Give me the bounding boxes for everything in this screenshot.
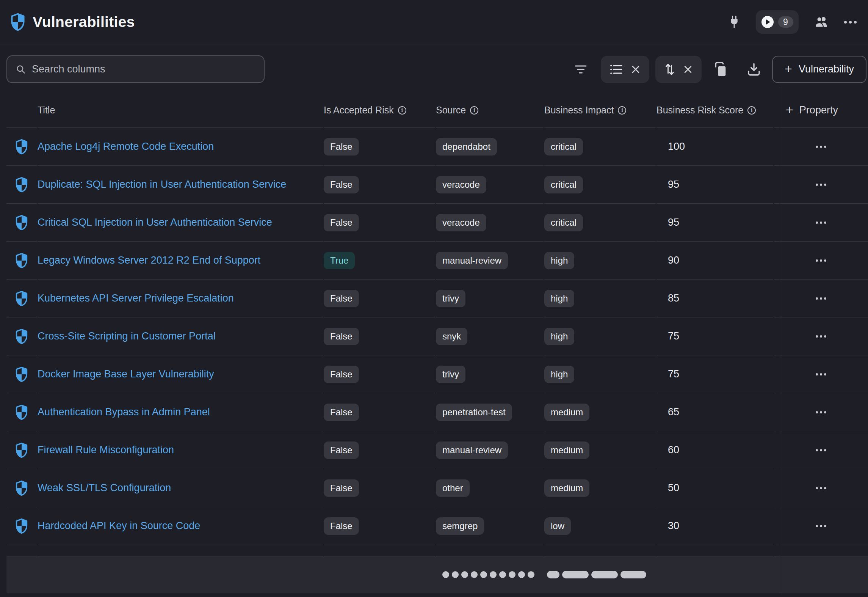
ellipsis-icon xyxy=(816,297,818,300)
filter-icon[interactable] xyxy=(574,64,587,75)
vulnerability-title-link[interactable]: Kubernetes API Server Privilege Escalati… xyxy=(38,292,234,304)
ellipsis-icon xyxy=(816,487,818,489)
pagination-dots[interactable] xyxy=(442,571,534,578)
row-actions-button[interactable] xyxy=(811,293,831,304)
column-header-is-accepted-risk[interactable]: Is Accepted Riski xyxy=(324,93,435,128)
search-input[interactable] xyxy=(32,63,255,75)
page-dot[interactable] xyxy=(490,571,497,578)
download-icon[interactable] xyxy=(747,63,761,76)
page-dot[interactable] xyxy=(518,571,525,578)
page-dot[interactable] xyxy=(452,571,459,578)
business-risk-score: 90 xyxy=(656,242,773,280)
ellipsis-icon xyxy=(816,259,818,262)
pagination-controls[interactable] xyxy=(547,571,646,578)
business-risk-score: 100 xyxy=(656,128,773,166)
accepted-risk-badge: False xyxy=(324,441,359,459)
page-dot[interactable] xyxy=(442,571,449,578)
row-shield-icon xyxy=(6,431,37,469)
sort-arrows-icon xyxy=(664,63,675,76)
column-header-title[interactable]: Title xyxy=(38,93,323,128)
column-header-property[interactable]: +Property xyxy=(774,93,868,128)
add-vulnerability-label: Vulnerability xyxy=(799,63,854,75)
business-risk-score: 60 xyxy=(656,431,773,469)
info-icon[interactable]: i xyxy=(747,106,756,115)
row-actions-button[interactable] xyxy=(811,331,831,342)
plug-icon[interactable] xyxy=(729,16,740,28)
list-icon xyxy=(610,64,623,75)
copy-icon[interactable] xyxy=(714,62,727,77)
more-options-button[interactable] xyxy=(844,21,857,24)
users-icon[interactable] xyxy=(815,16,828,28)
row-actions-button[interactable] xyxy=(811,255,831,266)
sort-pill[interactable] xyxy=(655,56,702,83)
row-actions-button[interactable] xyxy=(811,141,831,152)
column-header-business-risk-score[interactable]: Business Risk Scorei xyxy=(656,93,773,128)
pager-pill[interactable] xyxy=(547,571,559,578)
business-impact-badge: critical xyxy=(544,176,583,193)
info-icon[interactable]: i xyxy=(398,106,406,115)
column-label: Is Accepted Risk xyxy=(324,105,394,116)
plus-icon: + xyxy=(785,62,792,75)
columns-filter-pill[interactable] xyxy=(601,56,649,83)
vulnerability-title-link[interactable]: Apache Log4j Remote Code Execution xyxy=(38,141,214,152)
business-impact-badge: high xyxy=(544,366,574,383)
vulnerability-title-link[interactable]: Critical SQL Injection in User Authentic… xyxy=(38,217,272,228)
row-actions-button[interactable] xyxy=(811,217,831,228)
pager-pill[interactable] xyxy=(620,571,646,578)
vulnerability-title-link[interactable]: Legacy Windows Server 2012 R2 End of Sup… xyxy=(38,255,260,266)
table-row: Cross-Site Scripting in Customer Portal … xyxy=(6,317,868,355)
vulnerability-title-link[interactable]: Duplicate: SQL Injection in User Authent… xyxy=(38,179,286,190)
row-actions-button[interactable] xyxy=(811,445,831,456)
page-dot[interactable] xyxy=(499,571,506,578)
column-label: Title xyxy=(38,105,55,116)
row-actions-button[interactable] xyxy=(811,482,831,494)
page-dot[interactable] xyxy=(509,571,515,578)
source-badge: snyk xyxy=(436,328,467,345)
clear-x-icon[interactable] xyxy=(631,65,640,74)
pager-pill[interactable] xyxy=(562,571,589,578)
clear-x-icon[interactable] xyxy=(683,65,693,74)
column-header-source[interactable]: Sourcei xyxy=(436,93,544,128)
business-risk-score: 65 xyxy=(656,393,773,431)
info-icon[interactable]: i xyxy=(618,106,626,115)
search-columns-box[interactable] xyxy=(6,55,265,83)
add-vulnerability-button[interactable]: + Vulnerability xyxy=(772,56,866,83)
page-dot[interactable] xyxy=(471,571,478,578)
row-shield-icon xyxy=(6,393,37,431)
vulnerability-title-link[interactable]: Hardcoded API Key in Source Code xyxy=(38,520,200,532)
table-header-row: TitleIs Accepted RiskiSourceiBusiness Im… xyxy=(6,93,868,128)
row-actions-button[interactable] xyxy=(811,369,831,380)
info-icon[interactable]: i xyxy=(470,106,478,115)
business-risk-score: 95 xyxy=(656,204,773,242)
vulnerability-title-link[interactable]: Cross-Site Scripting in Customer Portal xyxy=(38,330,216,342)
table-row: Critical SQL Injection in User Authentic… xyxy=(6,204,868,242)
page-dot[interactable] xyxy=(480,571,487,578)
row-actions-button[interactable] xyxy=(811,407,831,418)
page-title: Vulnerabilities xyxy=(33,14,135,30)
row-actions-button[interactable] xyxy=(811,179,831,190)
ellipsis-icon xyxy=(816,335,818,338)
vulnerability-table: TitleIs Accepted RiskiSourceiBusiness Im… xyxy=(6,93,868,556)
vulnerability-title-link[interactable]: Authentication Bypass in Admin Panel xyxy=(38,406,210,418)
vulnerability-title-link[interactable]: Weak SSL/TLS Configuration xyxy=(38,482,171,494)
business-impact-badge: critical xyxy=(544,138,583,156)
run-button[interactable]: 9 xyxy=(756,10,799,34)
business-risk-score: 30 xyxy=(656,507,773,545)
vulnerability-title-link[interactable]: Firewall Rule Misconfiguration xyxy=(38,444,174,456)
row-shield-icon xyxy=(6,166,37,204)
pager-pill[interactable] xyxy=(591,571,618,578)
source-badge: semgrep xyxy=(436,517,484,535)
page-dot[interactable] xyxy=(461,571,468,578)
source-badge: dependabot xyxy=(436,138,497,156)
play-icon xyxy=(761,16,774,28)
page-dot[interactable] xyxy=(528,571,534,578)
column-header-business-impact[interactable]: Business Impacti xyxy=(544,93,656,128)
vulnerability-title-link[interactable]: Docker Image Base Layer Vulnerability xyxy=(38,368,214,380)
app-logo-shield-icon xyxy=(10,13,25,31)
property-column-divider xyxy=(780,87,780,594)
ellipsis-icon xyxy=(816,411,818,413)
row-actions-button[interactable] xyxy=(811,520,831,532)
business-risk-score: 85 xyxy=(656,280,773,317)
business-impact-badge: critical xyxy=(544,214,583,231)
accepted-risk-badge: False xyxy=(324,214,359,231)
